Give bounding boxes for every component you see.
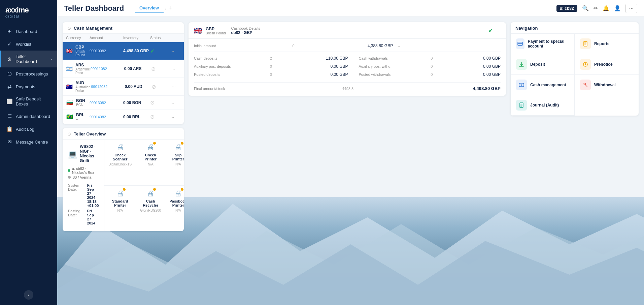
more-brl[interactable]: ···	[170, 114, 180, 120]
status-gbp: ✔	[150, 48, 170, 54]
collapse-button[interactable]: ‹	[24, 290, 33, 300]
payment-special-icon	[516, 38, 524, 49]
nav-item-deposit[interactable]: Deposit	[511, 54, 575, 75]
posted-withd-count: 0	[431, 72, 433, 77]
account-brl[interactable]: 99014082	[90, 115, 123, 119]
posted-withd-amount: 0.00 GBP	[483, 72, 501, 77]
svg-rect-10	[519, 83, 524, 87]
sidebar-item-audit-log[interactable]: 📋 Audit Log	[0, 123, 57, 135]
sidebar-item-message-centre[interactable]: ✉ Message Centre	[0, 135, 57, 148]
account-bgn[interactable]: 99013082	[90, 101, 123, 105]
search-icon[interactable]: 🔍	[582, 5, 589, 11]
system-date-value: Fri Sep 27 2024 · 18:13 +01:00	[87, 183, 99, 208]
posting-date-value: Fri Sep 27 2024	[87, 209, 99, 225]
user-icon[interactable]: 👤	[614, 5, 621, 11]
safe-deposit-icon: ⬜	[6, 98, 12, 104]
cashbook-check-icon: ✔	[488, 27, 493, 34]
cashbook-more-button[interactable]: ···	[497, 28, 501, 33]
nav-item-journal-audit[interactable]: Journal (Audit)	[511, 95, 575, 116]
col-status: Status	[150, 36, 170, 40]
sidebar-item-safe-deposit[interactable]: ⬜ Safe Deposit Boxes	[0, 93, 57, 110]
cash-recycler-badge	[153, 188, 156, 191]
sidebar-item-label: Admin dashboard	[16, 114, 50, 119]
edit-icon[interactable]: ✏	[594, 5, 598, 11]
sidebar-nav: ⊞ Dashboard ✓ Worklist $ Teller Dashboar…	[0, 22, 57, 305]
topbar: Teller Dashboard Overview › + u: cb82 🔍 …	[57, 0, 644, 17]
cashbook-panel: 🇬🇧 GBP British Pound Cashbook Details cb…	[189, 22, 506, 96]
cash-withdrawals-label: Cash withdrawals	[359, 56, 429, 60]
currency-row-ars[interactable]: 🇦🇷 ARS Argentine Peso 99011082 0.00 ARS …	[63, 60, 184, 78]
teller-info: 💻 WS802 · NiGr · Nicolas Grilli	[63, 140, 104, 231]
more-button[interactable]: ···	[625, 4, 637, 13]
status-dot-gray	[68, 176, 71, 179]
cash-deposits-amount: 110.00 GBP	[278, 56, 348, 61]
account-gbp[interactable]: 99010082	[90, 49, 123, 53]
topbar-right: u: cb82 🔍 ✏ 🔔 👤 ···	[556, 4, 637, 13]
device-slip-printer: 🖨 Slip Printer N/A	[165, 140, 184, 186]
nav-item-withdrawal[interactable]: Withdrawal	[575, 75, 639, 95]
standard-printer-badge	[123, 188, 126, 191]
nav-item-prenotice[interactable]: Prenotice	[575, 54, 639, 75]
currency-name-aud: Australian Dollar	[75, 85, 91, 93]
slip-printer-badge	[180, 142, 184, 145]
prenotice-icon	[580, 59, 591, 70]
deposit-label: Deposit	[530, 62, 545, 67]
admin-icon: ☰	[6, 113, 12, 119]
tab-add-button[interactable]: +	[169, 5, 173, 12]
amount-brl: 0.00 BRL	[123, 115, 150, 119]
passbook-printer-sub: N/A	[175, 209, 181, 212]
sidebar-item-admin[interactable]: ☰ Admin dashboard	[0, 110, 57, 123]
amount-aud: 0.00 AUD	[125, 84, 151, 89]
sidebar-item-teller-dashboard[interactable]: $ Teller Dashboard ›	[0, 51, 57, 67]
currency-row-gbp[interactable]: 🇬🇧 GBP British Pound 99010082 4,498.80 G…	[63, 42, 184, 60]
cashbook-posted-row: Posted deposits 0 0.00 GBP Posted withdr…	[194, 72, 501, 77]
sidebar-item-postprocessings[interactable]: ⬡ Postprocessings	[0, 67, 57, 80]
account-aud[interactable]: 99012082	[91, 85, 125, 89]
currency-row-aud[interactable]: 🇦🇺 AUD Australian Dollar 99012082 0.00 A…	[63, 78, 184, 96]
sidebar-item-dashboard[interactable]: ⊞ Dashboard	[0, 25, 57, 38]
more-aud[interactable]: ···	[172, 84, 182, 89]
aux-withd-count: 0	[431, 64, 433, 68]
nav-item-cash-management[interactable]: Cash management	[511, 75, 575, 95]
tab-overview[interactable]: Overview	[135, 3, 164, 13]
bell-icon[interactable]: 🔔	[603, 5, 609, 11]
currency-info-bgn: 🇧🇬 BGN BGN	[66, 98, 90, 107]
sidebar-item-worklist[interactable]: ✓ Worklist	[0, 38, 57, 51]
cash-management-title: Cash Management	[74, 26, 112, 31]
currency-row-bgn[interactable]: 🇧🇬 BGN BGN 99013082 0.00 BGN ⊘ ···	[63, 96, 184, 110]
nav-item-reports[interactable]: Reports	[575, 34, 639, 54]
cash-management-widget: ⊙ Cash Management Currency Account Inven…	[63, 22, 184, 124]
posted-withd-right: 0 0.00 GBP	[431, 72, 501, 77]
reports-icon	[580, 38, 591, 49]
content-panels: ⊙ Cash Management Currency Account Inven…	[57, 17, 644, 305]
location-detail: 80 / Vienna	[68, 175, 99, 179]
passbook-printer-name: Passbook Printer	[169, 199, 184, 207]
currency-name-bgn: BGN	[76, 103, 85, 107]
system-date-label: System Date:	[68, 183, 80, 208]
sidebar-item-label: Teller Dashboard	[15, 54, 47, 64]
account-ars[interactable]: 99011082	[91, 67, 124, 71]
more-bgn[interactable]: ···	[170, 100, 180, 105]
currency-name-brl: --	[76, 117, 84, 121]
device-cash-recycler: 🖨 Cash Recycler GloryRBG200	[136, 186, 165, 232]
sidebar-item-label: Message Centre	[16, 140, 48, 145]
tab-arrow-icon: ›	[165, 6, 166, 11]
nav-item-payment-special[interactable]: Payment to special account	[511, 34, 575, 54]
more-ars[interactable]: ···	[171, 66, 181, 71]
currency-row-brl[interactable]: 🇧🇷 BRL -- 99014082 0.00 BRL ⊘ ···	[63, 110, 184, 124]
passbook-printer-badge	[180, 188, 184, 191]
navigation-grid: Payment to special account Reports	[511, 34, 639, 116]
svg-point-11	[521, 84, 522, 86]
deposit-icon	[516, 59, 527, 70]
main-content: Teller Dashboard Overview › + u: cb82 🔍 …	[57, 0, 644, 305]
sidebar-item-payments[interactable]: ⇄ Payments	[0, 80, 57, 93]
check-printer-icon: 🖨	[147, 143, 154, 152]
sidebar-item-label: Audit Log	[16, 127, 34, 132]
check-scanner-icon: 🖨	[116, 143, 124, 152]
sidebar-item-label: Payments	[16, 84, 35, 89]
initial-amount-count: 0	[290, 44, 297, 48]
more-gbp[interactable]: ···	[170, 48, 180, 54]
currency-code-bgn: BGN	[76, 98, 85, 103]
left-panel: ⊙ Cash Management Currency Account Inven…	[63, 22, 184, 305]
cashbook-currency-name: British Pound	[206, 31, 226, 35]
